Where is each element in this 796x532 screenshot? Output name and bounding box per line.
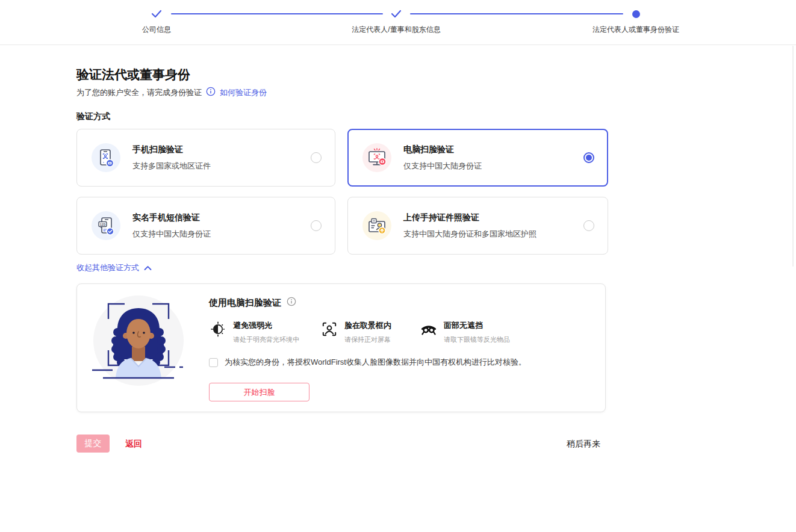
step-current-dot-icon (632, 10, 640, 18)
method-title: 上传手持证件照验证 (403, 212, 536, 223)
method-title: 电脑扫脸验证 (403, 144, 482, 155)
consent-checkbox[interactable] (209, 358, 218, 367)
method-radio-phone-face-scan[interactable] (311, 152, 322, 163)
scan-tips: 避免强弱光 请处于明亮背光环境中 脸在取景框内 (210, 320, 510, 344)
tip-title: 避免强弱光 (233, 320, 299, 331)
id-photo-upload-icon (362, 211, 391, 240)
tip-desc: 请处于明亮背光环境中 (233, 335, 299, 344)
verification-method-section-label: 验证方式 (76, 111, 110, 122)
scan-panel-title: 使用电脑扫脸验证 (209, 297, 281, 309)
submit-button[interactable]: 提交 (76, 435, 110, 453)
phone-sms-icon: 123 (92, 211, 120, 240)
info-icon[interactable] (206, 87, 216, 98)
tip-text: 面部无遮挡 请取下眼镜等反光物品 (444, 320, 510, 344)
how-to-verify-link[interactable]: 如何验证身份 (220, 87, 267, 98)
step-done-check-icon (151, 10, 162, 20)
method-desc: 支持中国大陆身份证和多国家地区护照 (403, 229, 536, 240)
come-back-later-link[interactable]: 稍后再来 (567, 439, 600, 450)
step-done-check-icon (391, 10, 402, 20)
collapse-link-label: 收起其他验证方式 (76, 262, 139, 273)
step-label-representative-info: 法定代表人/董事和股东信息 (352, 25, 440, 35)
svg-text:123: 123 (100, 223, 105, 226)
step-connector-line (171, 13, 383, 14)
page-subtitle: 为了您的账户安全，请完成身份验证 (76, 87, 202, 98)
method-title: 手机扫脸验证 (132, 144, 211, 155)
consent-text: 为核实您的身份，将授权WorldFirst收集人脸图像数据并向中国有权机构进行比… (225, 357, 526, 368)
tip-desc: 请保持正对屏幕 (344, 335, 391, 344)
tip-title: 脸在取景框内 (344, 320, 391, 331)
method-text: 手机扫脸验证 支持多国家或地区证件 (132, 144, 211, 172)
tip-text: 避免强弱光 请处于明亮背光环境中 (233, 320, 299, 344)
tip-title: 面部无遮挡 (444, 320, 510, 331)
collapse-other-methods-link[interactable]: 收起其他验证方式 (76, 262, 152, 273)
method-radio-sms-verification[interactable] (311, 220, 322, 231)
page-subtitle-row: 为了您的账户安全，请完成身份验证 如何验证身份 (76, 87, 267, 98)
tip-avoid-strong-light: 避免强弱光 请处于明亮背光环境中 (210, 320, 322, 344)
tip-desc: 请取下眼镜等反光物品 (444, 335, 510, 344)
method-radio-computer-face-scan[interactable] (583, 152, 594, 163)
method-text: 上传手持证件照验证 支持中国大陆身份证和多国家地区护照 (403, 212, 536, 240)
method-card-sms-verification[interactable]: 123 实名手机短信验证 仅支持中国大陆身份证 (76, 197, 335, 255)
light-icon (210, 321, 226, 344)
method-desc: 仅支持中国大陆身份证 (132, 229, 211, 240)
verification-method-grid: 手机扫脸验证 支持多国家或地区证件 (76, 129, 608, 255)
method-desc: 仅支持中国大陆身份证 (403, 161, 482, 172)
tip-face-unobstructed: 面部无遮挡 请取下眼镜等反光物品 (421, 320, 510, 344)
back-link[interactable]: 返回 (125, 439, 142, 450)
scrollbar-track[interactable] (792, 46, 794, 267)
tip-face-in-frame: 脸在取景框内 请保持正对屏幕 (322, 320, 421, 344)
start-face-scan-button[interactable]: 开始扫脸 (209, 383, 309, 401)
scan-panel-title-row: 使用电脑扫脸验证 (209, 297, 296, 309)
method-text: 电脑扫脸验证 仅支持中国大陆身份证 (403, 144, 482, 172)
method-card-phone-face-scan[interactable]: 手机扫脸验证 支持多国家或地区证件 (76, 129, 335, 187)
computer-face-scan-icon (362, 143, 391, 172)
step-label-company-info: 公司信息 (142, 25, 171, 35)
face-scan-illustration (91, 295, 187, 392)
face-frame-icon (322, 321, 337, 344)
computer-face-scan-panel: 使用电脑扫脸验证 (76, 283, 606, 412)
info-icon[interactable] (287, 297, 296, 309)
method-card-computer-face-scan[interactable]: 电脑扫脸验证 仅支持中国大陆身份证 (347, 129, 608, 187)
consent-row: 为核实您的身份，将授权WorldFirst收集人脸图像数据并向中国有权机构进行比… (209, 357, 526, 368)
method-card-upload-id-photo[interactable]: 上传手持证件照验证 支持中国大陆身份证和多国家地区护照 (347, 197, 608, 255)
page-title: 验证法代或董事身份 (76, 66, 190, 83)
method-radio-upload-id-photo[interactable] (583, 220, 594, 231)
chevron-up-icon (144, 264, 152, 273)
method-title: 实名手机短信验证 (132, 212, 211, 223)
step-label-identity-verification: 法定代表人或董事身份验证 (592, 25, 679, 35)
tip-text: 脸在取景框内 请保持正对屏幕 (344, 320, 391, 344)
method-desc: 支持多国家或地区证件 (132, 161, 211, 172)
method-text: 实名手机短信验证 仅支持中国大陆身份证 (132, 212, 211, 240)
step-connector-line (410, 13, 623, 14)
phone-face-scan-icon (92, 143, 120, 172)
glasses-icon (421, 321, 437, 344)
progress-stepper: 公司信息 法定代表人/董事和股东信息 法定代表人或董事身份验证 (0, 0, 796, 45)
